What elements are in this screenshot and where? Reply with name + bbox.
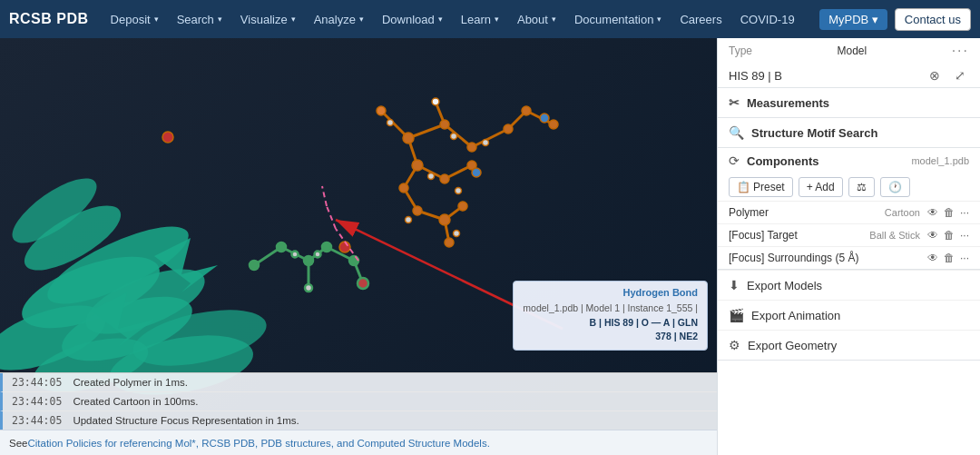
svg-point-28 xyxy=(403,133,414,143)
repr-surroundings-name: [Focus] Surroundings (5 Å) xyxy=(729,252,920,264)
add-button[interactable]: + Add xyxy=(799,177,843,197)
structure-motif-section: 🔍 Structure Motif Search xyxy=(718,118,980,148)
structure-motif-label: Structure Motif Search xyxy=(751,126,877,140)
export-geometry-item[interactable]: ⚙ Export Geometry xyxy=(718,330,980,360)
clock-icon: 🕐 xyxy=(888,181,902,193)
log-time-0: 23:44:05 xyxy=(12,376,62,389)
nav-documentation[interactable]: Documentation ▾ xyxy=(567,9,669,30)
nav-deposit[interactable]: Deposit ▾ xyxy=(103,9,166,30)
components-section: ⟳ Components model_1.pdb 📋 Preset + Add … xyxy=(718,148,980,270)
export-models-item[interactable]: ⬇ Export Models xyxy=(718,270,980,300)
svg-point-49 xyxy=(454,231,460,237)
svg-point-35 xyxy=(399,183,408,193)
svg-point-40 xyxy=(522,106,531,115)
main-layout: Hydrogen Bond model_1.pdb | Model 1 | In… xyxy=(0,38,980,455)
surroundings-menu-icon[interactable]: ··· xyxy=(960,252,969,264)
components-label: Components xyxy=(747,154,818,168)
svg-point-63 xyxy=(322,242,331,252)
nav-analyze[interactable]: Analyze ▾ xyxy=(307,9,371,30)
tooltip-detail: model_1.pdb | Model 1 | Instance 1_555 |… xyxy=(523,302,698,344)
export-geometry-label: Export Geometry xyxy=(748,339,837,352)
svg-point-45 xyxy=(483,140,489,146)
repr-target-icons: 👁 🗑 ··· xyxy=(927,229,969,242)
type-menu-icon[interactable]: ··· xyxy=(952,44,969,58)
svg-line-15 xyxy=(472,129,508,147)
svg-point-65 xyxy=(358,278,368,289)
repr-polymer-type: Cartoon xyxy=(885,207,920,218)
nav-search[interactable]: Search ▾ xyxy=(170,9,230,30)
svg-line-14 xyxy=(445,124,472,147)
svg-point-60 xyxy=(250,261,259,270)
adjust-icon: ⚖ xyxy=(857,181,867,193)
svg-point-51 xyxy=(540,114,549,123)
svg-point-47 xyxy=(456,188,462,194)
svg-point-52 xyxy=(339,242,350,252)
polymer-eye-icon[interactable]: 👁 xyxy=(927,206,938,219)
nav-download[interactable]: Download ▾ xyxy=(375,9,450,30)
molecular-viewer[interactable]: Hydrogen Bond model_1.pdb | Model 1 | In… xyxy=(0,38,717,455)
svg-point-66 xyxy=(305,284,312,292)
structure-motif-header[interactable]: 🔍 Structure Motif Search xyxy=(718,118,980,147)
target-eye-icon[interactable]: 👁 xyxy=(927,229,938,242)
search-caret: ▾ xyxy=(218,15,222,24)
polymer-menu-icon[interactable]: ··· xyxy=(960,206,969,219)
svg-point-53 xyxy=(162,132,173,143)
log-time-1: 23:44:05 xyxy=(12,395,62,408)
target-menu-icon[interactable]: ··· xyxy=(960,229,969,242)
log-row-2: 23:44:05 Updated Structure Focus Represe… xyxy=(0,410,717,430)
adjust-button[interactable]: ⚖ xyxy=(848,177,875,197)
his-close-icon[interactable]: ⊗ xyxy=(926,68,944,83)
log-time-2: 23:44:05 xyxy=(12,414,62,427)
export-animation-icon: 🎬 xyxy=(729,308,744,322)
search-icon: 🔍 xyxy=(729,125,744,140)
his-expand-icon[interactable]: ⤢ xyxy=(951,68,969,83)
nav-visualize[interactable]: Visualize ▾ xyxy=(233,9,303,30)
svg-point-46 xyxy=(428,173,435,180)
svg-point-61 xyxy=(277,242,286,252)
clock-button[interactable]: 🕐 xyxy=(880,177,910,197)
add-label: + Add xyxy=(807,181,835,193)
svg-point-68 xyxy=(315,252,321,258)
measurements-section: ✂ Measurements xyxy=(718,88,980,118)
docs-caret: ▾ xyxy=(657,15,662,24)
svg-line-71 xyxy=(322,186,327,206)
measurements-icon: ✂ xyxy=(729,95,740,110)
nav-careers[interactable]: Careers xyxy=(672,9,729,30)
brand-logo[interactable]: RCSB PDB xyxy=(9,11,89,27)
citation-link[interactable]: Citation Policies for referencing Mol*, … xyxy=(27,438,489,449)
about-caret: ▾ xyxy=(552,15,556,24)
svg-point-36 xyxy=(413,206,422,215)
nav-learn[interactable]: Learn ▾ xyxy=(454,9,506,30)
svg-point-27 xyxy=(377,106,386,115)
export-models-label: Export Models xyxy=(747,279,822,292)
measurements-label: Measurements xyxy=(747,96,829,110)
log-message-1: Created Cartoon in 100ms. xyxy=(73,396,198,407)
contact-button[interactable]: Contact us xyxy=(895,8,971,31)
analyze-caret: ▾ xyxy=(359,15,364,24)
target-delete-icon[interactable]: 🗑 xyxy=(944,229,955,242)
surroundings-eye-icon[interactable]: 👁 xyxy=(927,252,938,264)
log-bar: 23:44:05 Created Polymer in 1ms. 23:44:0… xyxy=(0,372,717,430)
download-caret: ▾ xyxy=(438,15,443,24)
svg-point-37 xyxy=(439,214,450,225)
citation-bar: See Citation Policies for referencing Mo… xyxy=(0,430,717,455)
surroundings-delete-icon[interactable]: 🗑 xyxy=(944,252,955,264)
export-models-icon: ⬇ xyxy=(729,278,740,292)
export-section: ⬇ Export Models 🎬 Export Animation ⚙ Exp… xyxy=(718,270,980,361)
mypdb-button[interactable]: MyPDB ▾ xyxy=(819,9,887,30)
svg-point-48 xyxy=(406,217,412,223)
nav-about[interactable]: About ▾ xyxy=(510,9,564,30)
export-animation-label: Export Animation xyxy=(751,309,840,322)
type-section: Type Model ··· HIS 89 | B ⊗ ⤢ xyxy=(718,38,980,88)
export-animation-item[interactable]: 🎬 Export Animation xyxy=(718,300,980,330)
nav-covid[interactable]: COVID-19 xyxy=(733,9,802,30)
learn-caret: ▾ xyxy=(495,15,499,24)
components-header-row: ⟳ Components model_1.pdb xyxy=(718,148,980,173)
preset-button[interactable]: 📋 Preset xyxy=(729,177,793,197)
log-message-0: Created Polymer in 1ms. xyxy=(73,377,188,388)
nav-right: MyPDB ▾ Contact us xyxy=(819,8,971,31)
deposit-caret: ▾ xyxy=(154,15,159,24)
measurements-header[interactable]: ✂ Measurements xyxy=(718,88,980,117)
svg-point-42 xyxy=(432,98,439,105)
polymer-delete-icon[interactable]: 🗑 xyxy=(944,206,955,219)
